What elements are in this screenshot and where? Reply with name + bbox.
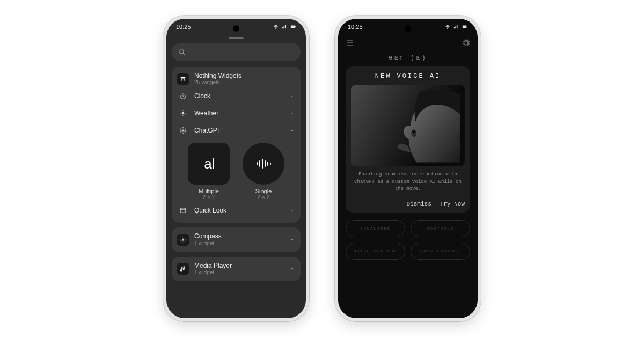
- clock-icon: [177, 90, 189, 102]
- widget-size: 2 × 2: [188, 194, 230, 200]
- widget-size: 2 × 2: [243, 194, 284, 200]
- waveform-icon: [255, 158, 272, 169]
- category-label: Quick Look: [194, 207, 283, 214]
- weather-icon: [177, 107, 189, 119]
- modal-title: NEW VOICE AI: [351, 72, 465, 80]
- topbar: [338, 35, 478, 51]
- nothing-widgets-icon: [177, 73, 189, 85]
- gear-icon[interactable]: [462, 39, 470, 47]
- status-time: 10:25: [348, 24, 363, 30]
- dismiss-button[interactable]: Dismiss: [407, 201, 431, 207]
- svg-point-1: [181, 79, 182, 80]
- chevron-down-icon: [289, 237, 295, 243]
- chevron-down-icon: [289, 207, 295, 214]
- chatgpt-widget-row: a Multiple 2 × 2: [177, 143, 295, 200]
- drag-handle[interactable]: [229, 37, 244, 39]
- wifi-icon: [444, 24, 451, 30]
- search-icon: [178, 48, 186, 56]
- camera-notch: [233, 25, 239, 32]
- chevron-up-icon: [289, 127, 295, 134]
- app-subtitle: 1 widget: [194, 269, 283, 276]
- quicklook-icon: [177, 204, 189, 216]
- widget-label: Multiple: [188, 188, 230, 194]
- category-label: Clock: [194, 92, 283, 100]
- svg-point-6: [182, 112, 185, 115]
- text-cursor-icon: a: [204, 156, 213, 172]
- camera-notch: [405, 25, 411, 32]
- chatgpt-widget-single[interactable]: [243, 143, 284, 185]
- section-media-player[interactable]: Media Player 1 widget: [172, 257, 301, 281]
- signal-icon: [453, 24, 459, 30]
- product-title: ear (a): [338, 54, 478, 62]
- compass-icon: [177, 234, 189, 246]
- menu-icon[interactable]: [346, 39, 354, 47]
- svg-rect-13: [180, 208, 185, 213]
- signal-icon: [281, 24, 288, 30]
- svg-point-2: [184, 79, 185, 80]
- category-quicklook[interactable]: Quick Look: [177, 203, 295, 217]
- chevron-down-icon: [289, 93, 295, 99]
- try-now-button[interactable]: Try Now: [440, 201, 465, 207]
- search-input[interactable]: [172, 43, 301, 61]
- chatgpt-widget-multiple[interactable]: a: [188, 143, 230, 185]
- battery-icon: [462, 24, 468, 30]
- chevron-down-icon: [289, 110, 295, 116]
- header-title: Nothing Widgets: [194, 72, 295, 79]
- battery-icon: [290, 24, 296, 30]
- chatgpt-icon: [177, 124, 189, 136]
- section-nothing-widgets: Nothing Widgets 25 widgets Clock: [172, 67, 301, 223]
- wifi-icon: [273, 24, 279, 30]
- svg-point-4: [181, 94, 181, 94]
- category-chatgpt[interactable]: ChatGPT: [177, 123, 295, 137]
- phone-right: 10:25 ear (a) NEW VOICE AI: [335, 16, 481, 321]
- chevron-down-icon: [289, 266, 295, 272]
- category-label: Weather: [194, 109, 283, 117]
- header-row: Nothing Widgets 25 widgets: [177, 72, 295, 86]
- voice-ai-modal: NEW VOICE AI Enabl: [346, 66, 470, 213]
- category-label: ChatGPT: [194, 127, 283, 134]
- header-subtitle: 25 widgets: [194, 79, 295, 86]
- category-weather[interactable]: Weather: [177, 106, 295, 120]
- app-title: Compass: [194, 232, 283, 240]
- pill-equaliser[interactable]: EQUALISER: [346, 220, 405, 237]
- svg-point-17: [413, 130, 414, 131]
- phone-left: 10:25 Nothing Widgets 25: [163, 16, 309, 321]
- widget-label: Single: [243, 188, 284, 194]
- svg-point-5: [185, 94, 185, 94]
- app-subtitle: 1 widget: [194, 240, 283, 247]
- music-icon: [177, 263, 189, 275]
- status-time: 10:25: [176, 24, 191, 30]
- category-clock[interactable]: Clock: [177, 89, 295, 103]
- app-title: Media Player: [194, 262, 283, 269]
- pill-bass-enhance[interactable]: BASS ENHANCE: [411, 243, 470, 260]
- person-earbud-illustration: [388, 89, 460, 164]
- pill-controls[interactable]: CONTROLS: [411, 220, 470, 237]
- pill-noise-control[interactable]: NOISE CONTROL: [346, 243, 405, 260]
- section-compass[interactable]: Compass 1 widget: [172, 227, 301, 252]
- svg-rect-0: [180, 77, 185, 78]
- hero-image: [351, 85, 465, 166]
- modal-description: Enabling seamless interaction with ChatG…: [351, 171, 465, 193]
